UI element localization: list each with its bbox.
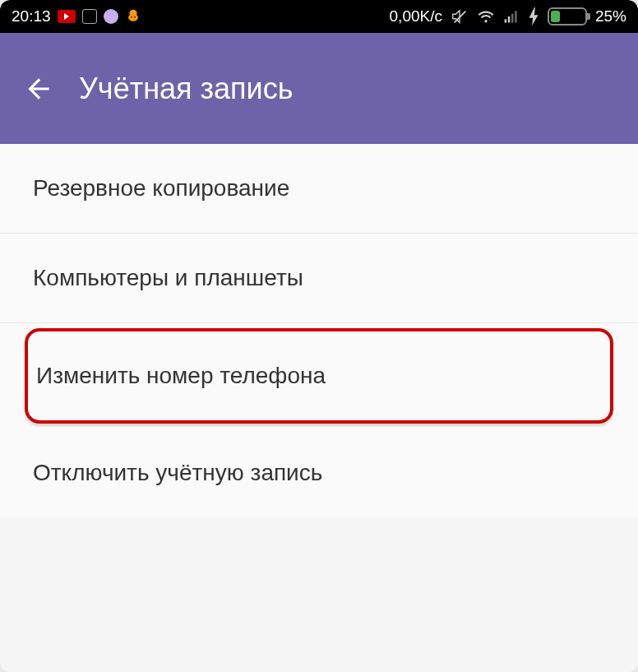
settings-list: Резервное копирование Компьютеры и планш… [0,144,638,517]
app-icon-1 [82,9,97,24]
svg-rect-3 [505,19,507,22]
app-bar: Учётная запись [0,33,638,144]
app-icon-2 [104,9,118,24]
settings-item-deactivate-account[interactable]: Отключить учётную запись [0,429,638,517]
signal-icon [503,8,520,25]
settings-item-label: Компьютеры и планшеты [33,265,303,290]
status-time: 20:13 [12,7,51,25]
settings-item-backup[interactable]: Резервное копирование [0,144,638,234]
charging-icon [528,7,539,25]
status-right: 0,00K/c 25% [390,7,626,25]
data-speed: 0,00K/c [390,7,442,25]
status-bar: 20:13 0,00K/c 25% [0,0,638,33]
battery-percent: 25% [595,7,626,25]
settings-item-label: Резервное копирование [33,175,289,201]
svg-rect-6 [515,11,517,22]
svg-point-0 [131,16,132,18]
settings-item-label: Изменить номер телефона [36,363,326,388]
svg-rect-5 [511,14,514,23]
settings-item-computers-tablets[interactable]: Компьютеры и планшеты [0,234,638,323]
app-icon-3 [125,8,141,25]
youtube-icon [58,10,76,23]
highlighted-container: Изменить номер телефона [0,328,638,424]
svg-point-1 [134,16,136,18]
settings-item-label: Отключить учётную запись [33,460,322,485]
battery-icon [548,7,587,25]
back-button[interactable] [23,73,54,104]
page-title: Учётная запись [79,72,293,106]
settings-item-change-phone-number[interactable]: Изменить номер телефона [25,328,613,424]
status-left: 20:13 [12,7,141,25]
wifi-icon [477,7,495,25]
volume-muted-icon [451,7,469,25]
phone-screen: 20:13 0,00K/c 25% [0,0,638,672]
svg-rect-4 [508,16,511,23]
